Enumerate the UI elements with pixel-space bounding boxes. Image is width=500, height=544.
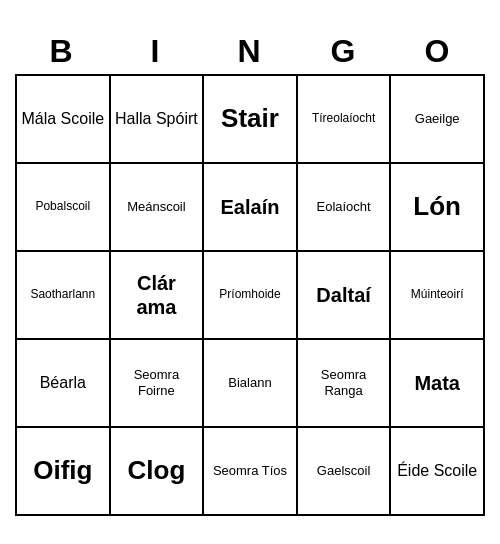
bingo-cell-19: Mata [391, 340, 485, 428]
bingo-cell-6: Meánscoil [111, 164, 205, 252]
bingo-cell-text-15: Béarla [40, 373, 86, 392]
header-g: G [297, 29, 391, 74]
bingo-cell-16: Seomra Foirne [111, 340, 205, 428]
bingo-cell-7: Ealaín [204, 164, 298, 252]
bingo-cell-text-19: Mata [414, 371, 460, 395]
bingo-grid: Mála ScoileHalla SpóirtStairTíreolaíocht… [15, 74, 485, 516]
bingo-cell-24: Éide Scoile [391, 428, 485, 516]
bingo-cell-text-20: Oifig [33, 455, 92, 486]
bingo-cell-14: Múinteoirí [391, 252, 485, 340]
header-o: O [391, 29, 485, 74]
bingo-cell-text-4: Gaeilge [415, 111, 460, 127]
bingo-cell-9: Lón [391, 164, 485, 252]
bingo-cell-4: Gaeilge [391, 76, 485, 164]
bingo-cell-22: Seomra Tíos [204, 428, 298, 516]
bingo-cell-12: Príomhoide [204, 252, 298, 340]
header-b: B [15, 29, 109, 74]
bingo-cell-text-6: Meánscoil [127, 199, 186, 215]
bingo-cell-text-13: Daltaí [316, 283, 370, 307]
bingo-cell-23: Gaelscoil [298, 428, 392, 516]
bingo-cell-text-17: Bialann [228, 375, 271, 391]
bingo-cell-text-9: Lón [413, 191, 461, 222]
bingo-cell-text-24: Éide Scoile [397, 461, 477, 480]
bingo-cell-text-7: Ealaín [221, 195, 280, 219]
bingo-cell-text-3: Tíreolaíocht [312, 111, 375, 125]
bingo-cell-21: Clog [111, 428, 205, 516]
bingo-cell-text-16: Seomra Foirne [115, 367, 199, 398]
bingo-cell-11: Clár ama [111, 252, 205, 340]
bingo-cell-0: Mála Scoile [17, 76, 111, 164]
bingo-cell-text-18: Seomra Ranga [302, 367, 386, 398]
bingo-cell-text-22: Seomra Tíos [213, 463, 287, 479]
bingo-card: B I N G O Mála ScoileHalla SpóirtStairTí… [15, 29, 485, 516]
bingo-cell-15: Béarla [17, 340, 111, 428]
bingo-cell-text-5: Pobalscoil [35, 199, 90, 213]
bingo-cell-1: Halla Spóirt [111, 76, 205, 164]
bingo-cell-17: Bialann [204, 340, 298, 428]
bingo-cell-text-23: Gaelscoil [317, 463, 370, 479]
bingo-cell-10: Saotharlann [17, 252, 111, 340]
bingo-cell-text-12: Príomhoide [219, 287, 280, 301]
bingo-cell-text-2: Stair [221, 103, 279, 134]
bingo-cell-text-21: Clog [128, 455, 186, 486]
bingo-cell-text-8: Eolaíocht [316, 199, 370, 215]
bingo-cell-text-11: Clár ama [115, 271, 199, 319]
bingo-cell-text-0: Mála Scoile [21, 109, 104, 128]
bingo-cell-text-10: Saotharlann [30, 287, 95, 301]
bingo-cell-text-14: Múinteoirí [411, 287, 464, 301]
bingo-cell-text-1: Halla Spóirt [115, 109, 198, 128]
bingo-cell-13: Daltaí [298, 252, 392, 340]
bingo-cell-2: Stair [204, 76, 298, 164]
bingo-cell-20: Oifig [17, 428, 111, 516]
bingo-header: B I N G O [15, 29, 485, 74]
header-n: N [203, 29, 297, 74]
bingo-cell-5: Pobalscoil [17, 164, 111, 252]
bingo-cell-8: Eolaíocht [298, 164, 392, 252]
bingo-cell-3: Tíreolaíocht [298, 76, 392, 164]
header-i: I [109, 29, 203, 74]
bingo-cell-18: Seomra Ranga [298, 340, 392, 428]
